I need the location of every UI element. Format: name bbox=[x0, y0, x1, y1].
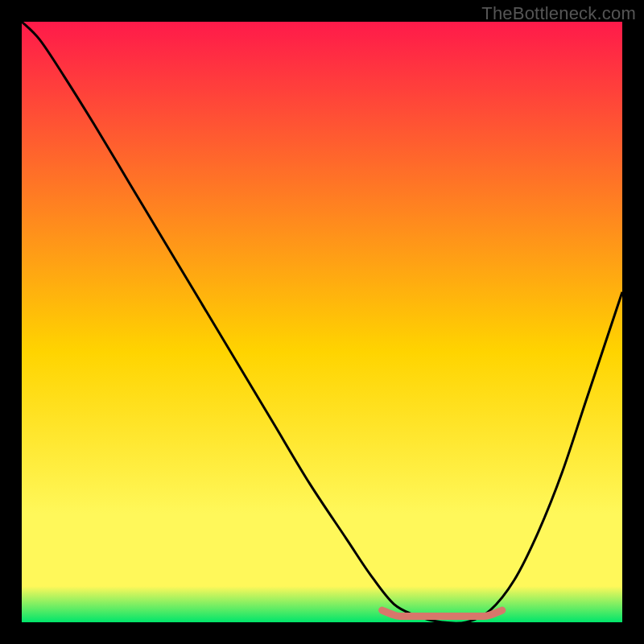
watermark-text: TheBottleneck.com bbox=[481, 3, 636, 24]
plot-area bbox=[22, 22, 622, 622]
gradient-background bbox=[22, 22, 622, 622]
chart-svg bbox=[22, 22, 622, 622]
chart-frame: TheBottleneck.com bbox=[0, 0, 644, 644]
